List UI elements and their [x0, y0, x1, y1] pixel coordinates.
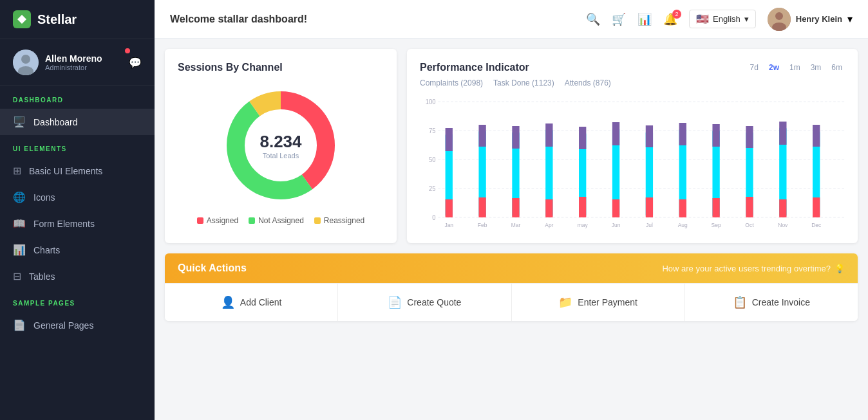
quick-actions-buttons: 👤 Add Client 📄 Create Quote 📁 Enter Paym… — [165, 283, 858, 321]
globe-icon: 🌐 — [13, 191, 26, 203]
profile-chevron-icon: ▾ — [847, 13, 853, 25]
enter-payment-label: Enter Payment — [578, 297, 637, 307]
add-client-button[interactable]: 👤 Add Client — [165, 284, 338, 321]
assigned-label: Assigned — [207, 216, 238, 225]
brand: Stellar — [0, 0, 155, 39]
svg-text:Dec: Dec — [811, 222, 822, 228]
svg-text:25: 25 — [429, 185, 435, 192]
quick-actions-hint-text: How are your active users trending overt… — [662, 264, 831, 273]
legend-task-done: Task Done (1123) — [493, 78, 554, 87]
sidebar-item-icons[interactable]: 🌐 Icons — [0, 184, 155, 210]
chat-icon[interactable]: 💬 — [129, 57, 142, 69]
sidebar-item-general-pages[interactable]: 📄 General Pages — [0, 312, 155, 338]
assigned-dot — [197, 217, 203, 224]
table-icon: ⊟ — [13, 270, 21, 282]
svg-rect-21 — [446, 128, 453, 151]
time-filter-1m[interactable]: 1m — [787, 62, 803, 73]
svg-rect-50 — [679, 199, 686, 217]
nav-dashboard-section: DASHBOARD — [0, 86, 155, 109]
sidebar-item-form-elements[interactable]: 📖 Form Elements — [0, 210, 155, 237]
donut-value: 8.234 — [259, 132, 301, 152]
svg-text:may: may — [578, 222, 589, 228]
language-selector[interactable]: 🇺🇸 English ▾ — [689, 10, 756, 28]
svg-text:Jan: Jan — [444, 222, 453, 228]
svg-text:Oct: Oct — [745, 222, 754, 228]
sidebar-icons-label: Icons — [33, 192, 142, 203]
svg-rect-57 — [746, 126, 753, 148]
performance-header: Performance Indicator 7d 2w 1m 3m 6m — [420, 62, 845, 73]
legend-attends: Attends (876) — [565, 78, 611, 87]
enter-payment-button[interactable]: 📁 Enter Payment — [512, 284, 685, 321]
nav-sample-section: SAMPLE PAGES — [0, 289, 155, 312]
create-quote-label: Create Quote — [407, 297, 461, 307]
svg-text:Jun: Jun — [612, 222, 621, 228]
main-content: Welcome stallar dashboard! 🔍 🛒 📊 🔔 2 🇺🇸 … — [155, 0, 868, 420]
donut-center: 8.234 Total Leads — [259, 132, 301, 160]
sessions-card: Sessions By Channel — [165, 49, 397, 243]
svg-rect-42 — [612, 199, 619, 217]
svg-text:Feb: Feb — [478, 222, 487, 228]
time-filter-7d[interactable]: 7d — [748, 62, 761, 73]
svg-rect-65 — [813, 125, 820, 147]
donut-container: 8.234 Total Leads Assigned Not Assigned — [178, 81, 384, 225]
time-filters: 7d 2w 1m 3m 6m — [748, 62, 845, 73]
enter-payment-icon: 📁 — [558, 295, 572, 309]
sessions-legend: Assigned Not Assigned Reassigned — [197, 216, 364, 225]
legend-not-assigned: Not Assigned — [249, 216, 304, 225]
svg-rect-49 — [679, 123, 686, 145]
time-filter-3m[interactable]: 3m — [808, 62, 824, 73]
sidebar-user-name: Allen Moreno — [45, 53, 122, 64]
flag-icon: 🇺🇸 — [696, 13, 709, 25]
sidebar-form-label: Form Elements — [33, 219, 142, 229]
sidebar-basic-ui-label: Basic UI Elements — [29, 166, 142, 176]
cart-icon[interactable]: 🛒 — [612, 12, 626, 26]
sidebar-item-dashboard[interactable]: 🖥️ Dashboard — [0, 109, 155, 135]
sidebar-user-role: Administrator — [45, 64, 122, 71]
svg-rect-33 — [545, 123, 552, 147]
time-filter-2w[interactable]: 2w — [766, 62, 782, 73]
notification-icon[interactable]: 🔔 2 — [663, 12, 677, 26]
performance-legend: Complaints (2098) Task Done (1123) Atten… — [420, 78, 845, 87]
svg-text:0: 0 — [432, 214, 436, 221]
brand-name: Stellar — [37, 12, 77, 27]
svg-rect-45 — [646, 125, 653, 147]
svg-text:Sep: Sep — [712, 222, 721, 228]
sidebar-item-basic-ui[interactable]: ⊞ Basic UI Elements — [0, 158, 155, 184]
not-assigned-dot — [249, 217, 255, 224]
monitor-icon: 🖥️ — [13, 116, 26, 128]
svg-rect-38 — [579, 197, 586, 217]
user-profile[interactable]: Henry Klein ▾ — [768, 8, 853, 31]
cards-row: Sessions By Channel — [165, 49, 858, 243]
reassigned-label: Reassigned — [324, 216, 364, 225]
sidebar-item-tables[interactable]: ⊟ Tables — [0, 263, 155, 289]
create-quote-button[interactable]: 📄 Create Quote — [338, 284, 511, 321]
sidebar-tables-label: Tables — [29, 271, 142, 282]
language-label: English — [713, 14, 741, 24]
create-invoice-button[interactable]: 📋 Create Invoice — [685, 284, 858, 321]
sidebar: Stellar Allen Moreno Administrator 💬 DAS… — [0, 0, 155, 420]
performance-card: Performance Indicator 7d 2w 1m 3m 6m Com… — [407, 49, 858, 243]
sidebar-dashboard-label: Dashboard — [33, 117, 142, 127]
svg-text:75: 75 — [429, 127, 435, 134]
svg-rect-34 — [545, 199, 552, 217]
chart-icon[interactable]: 📊 — [637, 12, 652, 26]
language-chevron-icon: ▾ — [744, 14, 749, 24]
brand-icon — [13, 10, 31, 28]
svg-rect-66 — [813, 197, 820, 217]
svg-rect-61 — [779, 122, 786, 145]
svg-rect-22 — [446, 199, 453, 217]
file-icon: 📄 — [13, 319, 26, 331]
search-icon[interactable]: 🔍 — [586, 12, 600, 26]
notification-badge: 2 — [672, 10, 681, 19]
time-filter-6m[interactable]: 6m — [829, 62, 845, 73]
chart-bar-icon: 📊 — [13, 244, 26, 256]
svg-text:50: 50 — [429, 156, 436, 163]
svg-rect-37 — [579, 127, 586, 149]
svg-rect-26 — [478, 197, 486, 217]
legend-complaints: Complaints (2098) — [420, 78, 483, 87]
add-client-icon: 👤 — [221, 295, 235, 309]
reassigned-dot — [314, 217, 321, 224]
profile-name: Henry Klein — [796, 14, 842, 24]
create-quote-icon: 📄 — [388, 295, 402, 309]
sidebar-item-charts[interactable]: 📊 Charts — [0, 237, 155, 263]
